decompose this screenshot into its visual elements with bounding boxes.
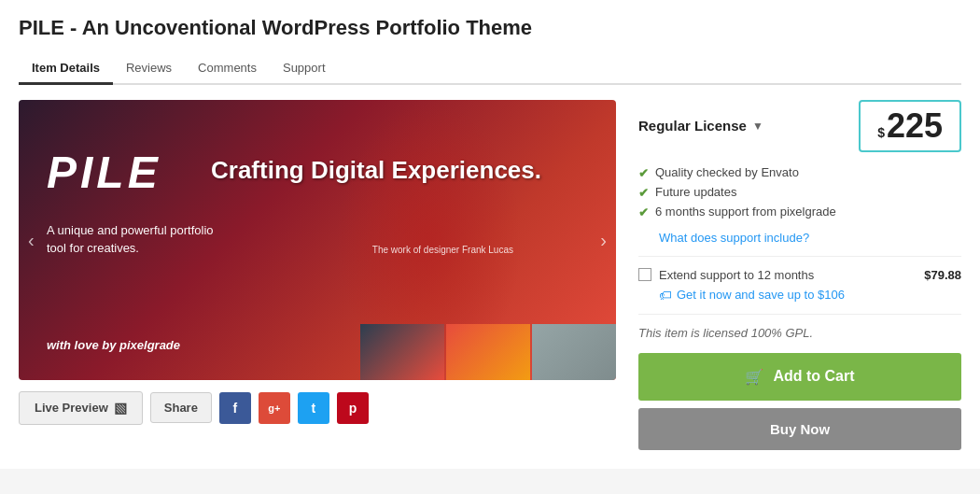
preview-image: PILE A unique and powerful portfolio too… [19, 100, 616, 380]
google-icon: g+ [268, 402, 280, 414]
tabs-bar: Item Details Reviews Comments Support [19, 53, 961, 85]
buy-now-button[interactable]: Buy Now [638, 408, 961, 450]
price-value: 225 [887, 109, 943, 143]
thumbnail-1[interactable] [360, 324, 444, 380]
divider-2 [638, 314, 961, 315]
price-currency: $ [877, 126, 885, 139]
tab-support[interactable]: Support [270, 53, 339, 85]
next-arrow-icon[interactable]: › [600, 229, 607, 250]
with-love-text: with love by pixelgrade [47, 338, 180, 352]
check-icon-2: ✔ [638, 186, 649, 200]
tag-icon: 🏷 [659, 288, 672, 303]
thumbnail-strip [360, 324, 616, 380]
twitter-icon: t [312, 401, 316, 416]
pile-logo-text: PILE [47, 147, 161, 198]
add-to-cart-label: Add to Cart [773, 368, 854, 385]
thumbnail-2[interactable] [446, 324, 530, 380]
tab-item-details[interactable]: Item Details [19, 53, 113, 85]
facebook-icon: f [233, 401, 238, 416]
share-button[interactable]: Share [150, 392, 212, 423]
live-preview-button[interactable]: Live Preview ▧ [19, 391, 143, 425]
gpl-notice: This item is licensed 100% GPL. [638, 326, 961, 340]
twitter-share-button[interactable]: t [298, 392, 329, 424]
main-content: PILE A unique and powerful portfolio too… [19, 100, 961, 450]
extend-support-label: Extend support to 12 months [659, 268, 917, 282]
page-wrapper: PILE - An Uncoventional WordPress Portfo… [0, 0, 980, 469]
save-link[interactable]: 🏷 Get it now and save up to $106 [659, 288, 961, 303]
pinterest-icon: p [349, 401, 357, 416]
pinterest-share-button[interactable]: p [337, 392, 369, 424]
extend-support-row: Extend support to 12 months $79.88 [638, 268, 961, 282]
crafting-text: Crafting Digital Experiences. [211, 156, 541, 185]
google-share-button[interactable]: g+ [259, 392, 290, 424]
license-row: Regular License ▼ $ 225 [638, 100, 961, 152]
thumbnail-3[interactable] [532, 324, 616, 380]
preview-actions: Live Preview ▧ Share f g+ t p [19, 391, 616, 425]
tab-comments[interactable]: Comments [185, 53, 270, 85]
tab-reviews[interactable]: Reviews [113, 53, 185, 85]
work-text: The work of designer Frank Lucas [372, 245, 513, 255]
extend-support-price: $79.88 [924, 268, 961, 282]
license-label: Regular License ▼ [638, 118, 763, 134]
license-dropdown-icon[interactable]: ▼ [752, 120, 763, 133]
preview-icon: ▧ [114, 400, 127, 416]
purchase-section: Regular License ▼ $ 225 ✔ Quality checke… [638, 100, 961, 450]
check-icon-1: ✔ [638, 166, 649, 180]
facebook-share-button[interactable]: f [219, 392, 251, 424]
prev-arrow-icon[interactable]: ‹ [28, 229, 35, 250]
check-icon-3: ✔ [638, 205, 649, 219]
price-box: $ 225 [859, 100, 961, 152]
features-list: ✔ Quality checked by Envato ✔ Future upd… [638, 165, 961, 219]
live-preview-label: Live Preview [35, 401, 108, 415]
tagline-text: A unique and powerful portfolio tool for… [47, 221, 233, 258]
extend-support-checkbox[interactable] [638, 268, 651, 281]
page-title: PILE - An Uncoventional WordPress Portfo… [19, 15, 961, 42]
feature-item-2: ✔ Future updates [638, 185, 961, 200]
add-to-cart-button[interactable]: 🛒 Add to Cart [638, 353, 961, 401]
feature-item-1: ✔ Quality checked by Envato [638, 165, 961, 180]
feature-item-3: ✔ 6 months support from pixelgrade [638, 205, 961, 219]
divider-1 [638, 256, 961, 257]
preview-section: PILE A unique and powerful portfolio too… [19, 100, 616, 450]
cart-icon: 🛒 [745, 368, 763, 386]
support-link[interactable]: What does support include? [659, 231, 961, 245]
